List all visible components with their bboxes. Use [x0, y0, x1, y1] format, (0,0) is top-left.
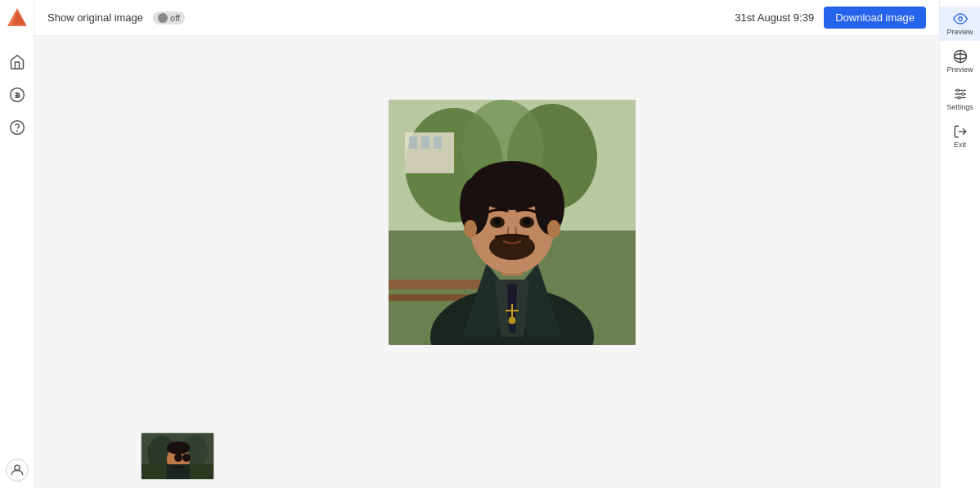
- svg-rect-12: [409, 137, 417, 149]
- preview-label: Preview: [946, 28, 973, 36]
- svg-rect-16: [389, 280, 487, 289]
- svg-point-36: [464, 220, 477, 238]
- home-icon[interactable]: [7, 52, 27, 72]
- download-button[interactable]: Download image: [824, 7, 926, 29]
- right-sidebar: Preview Preview Settings Exit: [939, 0, 980, 488]
- svg-point-56: [958, 96, 960, 99]
- main-area: Show original image off 31st August 9:39…: [34, 0, 939, 488]
- preview-360-item[interactable]: Preview: [940, 44, 980, 78]
- exit-label: Exit: [954, 141, 966, 149]
- svg-point-4: [10, 121, 24, 135]
- svg-rect-44: [167, 464, 190, 479]
- toggle-dot: [158, 13, 168, 23]
- svg-point-33: [494, 218, 501, 225]
- thumbnail-strip: [141, 432, 214, 480]
- toggle-state-label: off: [170, 13, 180, 23]
- preview-360-label: Preview: [946, 65, 973, 74]
- svg-point-47: [958, 17, 962, 21]
- settings-item[interactable]: Settings: [940, 82, 980, 116]
- top-bar: Show original image off 31st August 9:39…: [34, 0, 939, 36]
- left-sidebar: [0, 0, 34, 488]
- svg-point-37: [547, 220, 560, 238]
- toggle-switch[interactable]: off: [153, 11, 185, 25]
- billing-icon[interactable]: [7, 85, 27, 105]
- svg-point-34: [524, 218, 530, 225]
- preview-eye-icon: [953, 11, 968, 26]
- svg-rect-14: [434, 137, 442, 149]
- svg-point-6: [14, 465, 19, 470]
- svg-rect-13: [421, 137, 429, 149]
- svg-point-54: [956, 89, 959, 92]
- svg-point-25: [509, 317, 515, 324]
- settings-label: Settings: [946, 103, 973, 111]
- show-original-label: Show original image: [47, 11, 143, 24]
- svg-point-46: [182, 454, 191, 462]
- exit-icon: [953, 124, 968, 139]
- settings-icon: [953, 87, 968, 101]
- user-avatar[interactable]: [6, 459, 29, 481]
- preview-360-icon: [953, 49, 968, 64]
- canvas-area: [34, 36, 939, 488]
- help-icon[interactable]: [7, 118, 27, 137]
- preview-item[interactable]: Preview: [940, 7, 980, 41]
- svg-point-55: [961, 93, 964, 96]
- svg-point-43: [167, 441, 190, 454]
- exit-item[interactable]: Exit: [940, 119, 980, 154]
- sidebar-bottom: [6, 459, 29, 481]
- logo[interactable]: [6, 7, 29, 39]
- timestamp: 31st August 9:39: [735, 11, 814, 24]
- svg-point-45: [174, 454, 182, 462]
- main-image: [389, 100, 636, 345]
- thumbnail-image[interactable]: [141, 432, 214, 480]
